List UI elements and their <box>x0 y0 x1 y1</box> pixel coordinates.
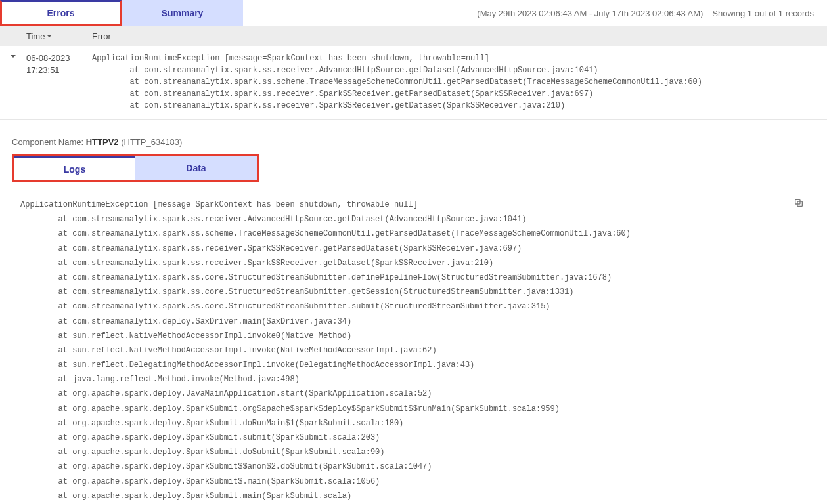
subtabs-wrap: Logs Data <box>12 154 259 182</box>
component-name-bold: HTTPV2 <box>86 137 119 147</box>
col-header-time[interactable]: Time <box>26 32 92 41</box>
row-error-text: ApplicationRuntimeException [message=Spa… <box>92 52 827 112</box>
date-range: (May 29th 2023 02:06:43 AM - July 17th 2… <box>477 9 703 18</box>
sort-caret-icon <box>47 35 52 37</box>
component-subtabs: Logs Data <box>14 156 257 180</box>
record-count: Showing 1 out of 1 records <box>712 9 814 18</box>
tab-label: Errors <box>47 8 74 18</box>
component-id: (HTTP_634183) <box>119 137 183 147</box>
col-header-error[interactable]: Error <box>92 32 111 41</box>
tab-summary[interactable]: Summary <box>122 0 243 26</box>
subtab-label: Data <box>186 163 206 173</box>
error-row: 06-08-2023 17:23:51 ApplicationRuntimeEx… <box>0 46 827 120</box>
component-section: Component Name: HTTPV2 (HTTP_634183) Log… <box>0 120 827 182</box>
row-date: 06-08-2023 <box>26 52 92 64</box>
logs-box: ApplicationRuntimeException [message=Spa… <box>12 188 815 504</box>
subtab-data[interactable]: Data <box>135 156 257 180</box>
primary-tabs: Errors Summary <box>0 0 243 26</box>
subtab-logs[interactable]: Logs <box>14 156 135 180</box>
top-right-info: (May 29th 2023 02:06:43 AM - July 17th 2… <box>477 9 827 18</box>
row-time: 17:23:51 <box>26 64 92 76</box>
chevron-down-icon <box>11 55 16 58</box>
subtab-label: Logs <box>64 164 85 175</box>
col-header-label: Error <box>92 32 111 41</box>
tab-label: Summary <box>162 8 204 18</box>
logs-text: ApplicationRuntimeException [message=Spa… <box>20 198 805 503</box>
col-header-label: Time <box>26 32 45 41</box>
top-bar: Errors Summary (May 29th 2023 02:06:43 A… <box>0 0 827 26</box>
tab-errors[interactable]: Errors <box>0 0 122 26</box>
copy-icon[interactable] <box>793 198 804 208</box>
component-label: Component Name: <box>12 137 86 147</box>
component-name: Component Name: HTTPV2 (HTTP_634183) <box>12 137 815 147</box>
table-header: Time Error <box>0 26 827 46</box>
row-expander[interactable] <box>0 52 26 112</box>
row-timestamp: 06-08-2023 17:23:51 <box>26 52 92 112</box>
